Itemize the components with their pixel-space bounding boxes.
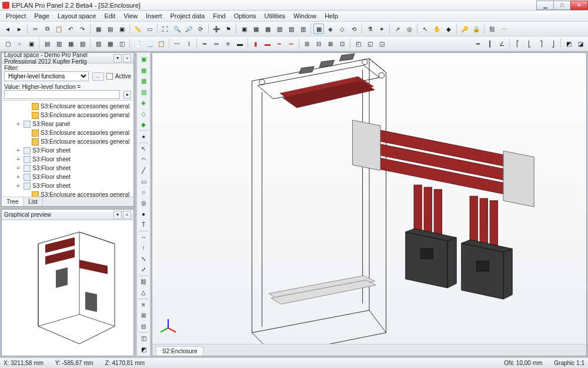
tool-zoomout-icon[interactable]: 🔎 (183, 24, 194, 34)
tree-node[interactable]: S3:Enclosure accessories general (2, 102, 133, 111)
side-cube5-icon[interactable]: ◈ (138, 98, 149, 108)
menu-options[interactable]: Options (230, 12, 260, 20)
side-cube2-icon[interactable]: ▦ (138, 65, 149, 75)
tree-node[interactable]: +S3:Floor sheet (2, 146, 133, 155)
side-dot-icon[interactable]: ● (138, 209, 149, 219)
side-chain-icon[interactable]: ⛓ (138, 277, 149, 287)
tree-expander-icon[interactable]: + (15, 164, 22, 173)
menu-help[interactable]: Help (321, 12, 342, 20)
value-input[interactable] (4, 90, 120, 99)
side-dim3-icon[interactable]: ⤡ (138, 254, 149, 264)
tool-tile-icon[interactable]: ▣ (116, 24, 127, 34)
side-line-icon[interactable]: ╱ (138, 165, 149, 175)
tool2-c1-icon[interactable]: ▮ (250, 38, 261, 49)
tool2-v-icon[interactable]: ┃ (485, 38, 495, 49)
tool2-circle-icon[interactable]: ○ (14, 38, 25, 49)
tool2-bar4-icon[interactable]: ▬ (235, 38, 245, 49)
tool2-f2-icon[interactable]: ◱ (365, 38, 375, 49)
tool2-end-icon[interactable]: ◩ (563, 38, 574, 49)
menu-project-data[interactable]: Project data (167, 12, 209, 20)
tool-diamond2-icon[interactable]: ◆ (443, 24, 454, 34)
active-checkbox[interactable] (106, 73, 113, 79)
tool2-c4-icon[interactable]: ═ (286, 38, 296, 49)
menu-utilities[interactable]: Utilities (261, 12, 289, 20)
tool2-doc2-icon[interactable]: 📃 (144, 38, 155, 49)
filter-select[interactable]: Higher-level functions (4, 71, 89, 81)
tool-copy-icon[interactable]: ⧉ (42, 24, 52, 34)
tool-cube5-icon[interactable]: ▨ (286, 24, 296, 34)
tool2-bracket2-icon[interactable]: ⎣ (524, 38, 534, 49)
tool-cube3-icon[interactable]: ▩ (262, 24, 273, 34)
tool-view-icon[interactable]: ▦ (313, 24, 324, 34)
preview-pin-icon[interactable]: ▾ (113, 211, 122, 219)
menu-find[interactable]: Find (209, 12, 229, 20)
tool-prev-icon[interactable]: ◄ (2, 24, 13, 34)
tool-cube4-icon[interactable]: ▧ (274, 24, 285, 34)
tool-zoomin-icon[interactable]: 🔍 (172, 24, 182, 34)
tool-paste-icon[interactable]: 📋 (54, 24, 64, 34)
tree-expander-icon[interactable]: + (15, 120, 22, 128)
tool2-end2-icon[interactable]: ◪ (575, 38, 586, 49)
side-m3-icon[interactable]: ⊟ (138, 321, 149, 331)
tab-tree[interactable]: Tree (2, 197, 24, 206)
side-arc-icon[interactable]: ◠ (138, 154, 149, 164)
view-tab-enclosure[interactable]: S2:Enclosure (156, 346, 203, 356)
tool2-box-icon[interactable]: ▢ (2, 38, 13, 49)
tool2-e1-icon[interactable]: ⊞ (302, 38, 312, 49)
side-dim-icon[interactable]: ↔ (138, 232, 149, 242)
tool2-f1-icon[interactable]: ◰ (353, 38, 363, 49)
tool-window-icon[interactable]: ▭ (144, 24, 155, 34)
menu-page[interactable]: Page (31, 12, 53, 20)
minimize-button[interactable]: ▁ (536, 1, 554, 10)
side-m1-icon[interactable]: ≡ (138, 300, 149, 310)
tool2-bracket3-icon[interactable]: ⎤ (536, 38, 546, 49)
tool-chain-icon[interactable]: ⛓ (487, 24, 497, 34)
tool-lock-icon[interactable]: 🔒 (471, 24, 482, 34)
tool2-wire-icon[interactable]: 〰 (172, 38, 182, 49)
side-cube4-icon[interactable]: ▧ (138, 87, 149, 97)
tool2-bracket-icon[interactable]: ⎡ (512, 38, 523, 49)
side-axis-icon[interactable]: ✦ (138, 131, 149, 141)
tool2-bar3-icon[interactable]: ≡ (223, 38, 233, 49)
tool-cube-icon[interactable]: ▣ (239, 24, 249, 34)
side-t-icon[interactable]: T (138, 220, 149, 230)
tree-expander-icon[interactable]: + (15, 173, 22, 181)
maximize-button[interactable]: □ (553, 1, 571, 10)
tool2-e2-icon[interactable]: ⊟ (313, 38, 324, 49)
tool2-b4-icon[interactable]: ▤ (42, 38, 52, 49)
tree-node[interactable]: S3:Enclosure accessories general (2, 190, 133, 197)
tool-redo-icon[interactable]: ↷ (77, 24, 88, 34)
tool-plus-icon[interactable]: ➕ (211, 24, 222, 34)
side-arrow-icon[interactable]: ↖ (138, 144, 149, 154)
side-dim4-icon[interactable]: ⤢ (138, 264, 149, 274)
tool2-b3-icon[interactable]: ▣ (26, 38, 36, 49)
side-n2-icon[interactable]: ◩ (138, 344, 149, 354)
tree-node[interactable]: +S3:Floor sheet (2, 164, 133, 173)
tree-expander-icon[interactable]: + (15, 181, 22, 190)
side-circle-icon[interactable]: ○ (138, 187, 149, 197)
tree-view[interactable]: S3:Enclosure accessories generalS3:Enclo… (2, 100, 133, 197)
tree-node[interactable]: S3:Enclosure accessories general (2, 137, 133, 146)
side-n1-icon[interactable]: ◫ (138, 333, 149, 343)
tool-grid-icon[interactable]: ▦ (93, 24, 103, 34)
tool2-b9-icon[interactable]: ▩ (105, 38, 115, 49)
tool-arrow-icon[interactable]: ↗ (392, 24, 403, 34)
viewport-3d[interactable] (152, 53, 586, 344)
tool-more-icon[interactable]: ⋯ (499, 24, 509, 34)
side-cube6-icon[interactable]: ◇ (138, 108, 149, 118)
tool-undo-icon[interactable]: ↶ (65, 24, 76, 34)
tree-node[interactable]: +S3:Floor sheet (2, 181, 133, 190)
side-cube7-icon[interactable]: ◆ (138, 120, 149, 130)
tab-list[interactable]: List (24, 197, 43, 206)
tree-expander-icon[interactable]: + (15, 155, 22, 164)
tool2-c3-icon[interactable]: ━ (274, 38, 285, 49)
tool-star-icon[interactable]: ✦ (376, 24, 387, 34)
tool-cube6-icon[interactable]: ▥ (298, 24, 308, 34)
tool2-doc3-icon[interactable]: 📋 (156, 38, 166, 49)
tool2-wire2-icon[interactable]: ⌇ (183, 38, 194, 49)
menu-insert[interactable]: Insert (142, 12, 166, 20)
tool-next-icon[interactable]: ► (14, 24, 25, 34)
tree-node[interactable]: +S3:Floor sheet (2, 173, 133, 181)
menu-layout-space[interactable]: Layout space (54, 12, 99, 20)
tool2-f3-icon[interactable]: ◲ (376, 38, 387, 49)
